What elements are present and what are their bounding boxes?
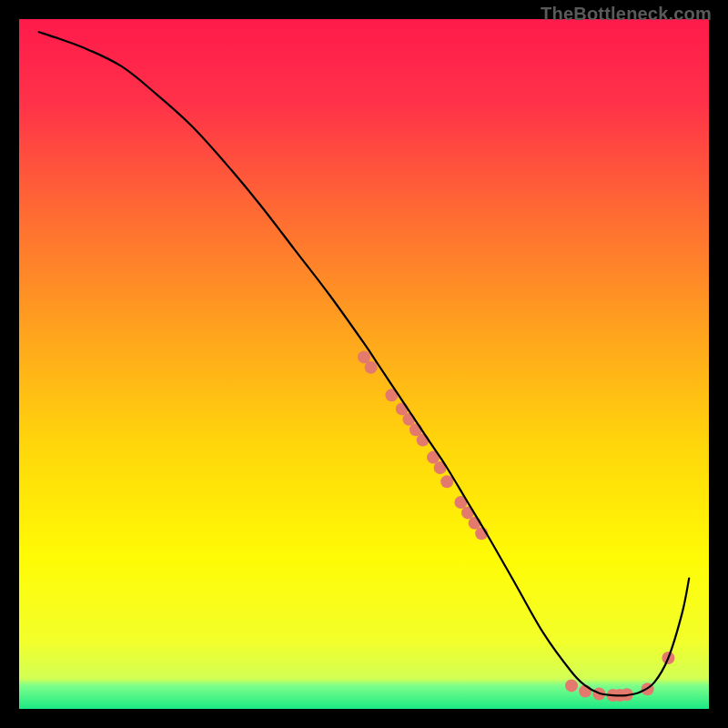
bottleneck-chart xyxy=(0,0,728,728)
data-point xyxy=(410,423,422,436)
data-point xyxy=(365,361,378,374)
watermark-label: TheBottleneck.com xyxy=(541,4,712,25)
data-point xyxy=(440,475,453,488)
data-point xyxy=(469,517,481,530)
data-point xyxy=(358,350,370,363)
data-point xyxy=(417,434,430,447)
plot-area xyxy=(18,18,710,710)
data-point xyxy=(396,402,409,415)
data-point xyxy=(565,679,578,692)
chart-stage: TheBottleneck.com xyxy=(0,0,728,728)
data-point xyxy=(402,413,415,426)
